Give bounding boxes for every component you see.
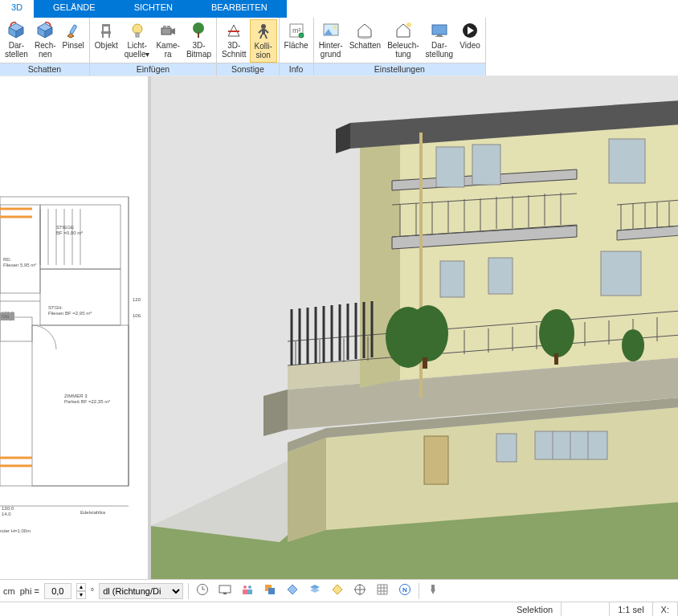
note-og: OG — [2, 314, 10, 319]
svg-rect-14 — [108, 34, 110, 38]
screen-icon — [430, 21, 449, 40]
group-label-einstellungen: Einstellungen — [314, 63, 485, 75]
measure-icon: m² — [287, 21, 306, 40]
flaeche-label: Fläche — [284, 41, 308, 50]
schatten-button[interactable]: Schatten — [346, 19, 384, 63]
svg-point-38 — [358, 37, 371, 39]
svg-rect-19 — [163, 26, 166, 28]
kollision-button[interactable]: Kolli- sion — [250, 19, 277, 63]
cube-cw-icon — [35, 21, 55, 40]
tool-clock[interactable] — [194, 582, 211, 600]
flaeche-button[interactable]: m² Fläche — [281, 19, 312, 63]
tool-target[interactable] — [351, 582, 369, 600]
objekt-label: Objekt — [95, 41, 118, 50]
video-label: Video — [459, 41, 480, 50]
play-icon — [460, 21, 480, 40]
lichtquelle-button[interactable]: Licht- quelle▾ — [121, 19, 153, 63]
dim-120: 120 — [133, 297, 141, 302]
plan-view-2d[interactable]: STIEGE BF =0,00 m² RD. Fliesen 5,95 m² S… — [0, 76, 151, 579]
tab-gelaende[interactable]: GELÄNDE — [34, 0, 115, 18]
phi-spinner[interactable]: ▲▼ — [76, 583, 86, 599]
tool-diamond-yellow[interactable] — [329, 582, 346, 600]
3d-bitmap-button[interactable]: 3D- Bitmap — [183, 19, 214, 63]
room-stiege-detail: BF =0,00 m² — [56, 230, 83, 235]
pinsel-button[interactable]: Pinsel — [59, 19, 88, 63]
diamond-icon — [286, 583, 299, 599]
objekt-button[interactable]: Objekt — [92, 19, 121, 63]
svg-rect-149 — [554, 353, 558, 365]
tool-stack[interactable] — [306, 582, 324, 600]
beleuchtung-label: Beleuch- tung — [387, 41, 419, 59]
svg-rect-11 — [108, 27, 110, 32]
svg-marker-171 — [431, 589, 435, 594]
svg-rect-43 — [435, 36, 443, 37]
kamera-label: Kame- ra — [156, 41, 179, 59]
dim-106: 106 — [133, 313, 141, 318]
svg-rect-137 — [496, 434, 517, 462]
tool-grid[interactable] — [374, 582, 391, 600]
svg-rect-41 — [432, 25, 447, 35]
diamond2-icon — [331, 583, 344, 599]
clock-icon — [196, 583, 209, 599]
tool-pin[interactable] — [424, 582, 442, 600]
dim-140: 14,0 — [2, 512, 11, 516]
svg-rect-49 — [40, 269, 120, 325]
3d-schnitt-button[interactable]: 3D- Schnitt — [219, 19, 250, 63]
hintergrund-button[interactable]: Hinter- grund — [316, 19, 346, 63]
group-label-einfuegen: Einfügen — [90, 63, 216, 75]
phi-label: phi = — [20, 586, 39, 596]
svg-point-155 — [243, 585, 247, 589]
svg-rect-22 — [198, 32, 199, 38]
svg-rect-153 — [219, 585, 231, 593]
status-x: X: — [653, 602, 678, 616]
tool-n-circle[interactable]: N — [396, 582, 414, 600]
svg-marker-164 — [333, 585, 342, 594]
tool-layers[interactable] — [261, 582, 279, 600]
video-button[interactable]: Video — [456, 19, 484, 63]
3d-bitmap-label: 3D- Bitmap — [186, 41, 211, 59]
svg-point-33 — [299, 33, 304, 38]
room-stiege-name: STIEGE — [56, 225, 74, 230]
group-label-schatten: Schatten — [0, 63, 89, 75]
svg-rect-16 — [136, 33, 139, 37]
svg-rect-148 — [423, 357, 427, 369]
darstellung-button[interactable]: Dar- stellung — [423, 19, 456, 63]
group-label-info: Info — [280, 63, 313, 75]
rechnen-button[interactable]: Rech- nen — [31, 19, 59, 63]
svg-rect-136 — [601, 251, 641, 296]
schatten-label: Schatten — [349, 41, 381, 50]
tab-bearbeiten[interactable]: BEARBEITEN — [192, 0, 287, 18]
status-selektion: Selektion — [508, 602, 562, 616]
beleuchtung-button[interactable]: Beleuch- tung — [384, 19, 422, 63]
svg-point-15 — [133, 24, 142, 34]
monitor-icon — [219, 583, 231, 599]
kamera-button[interactable]: Kame- ra — [153, 19, 182, 63]
tool-people[interactable] — [239, 582, 256, 600]
north-icon: N — [398, 583, 411, 599]
3d-schnitt-label: 3D- Schnitt — [222, 41, 247, 59]
workspace: STIEGE BF =0,00 m² RD. Fliesen 5,95 m² S… — [0, 76, 678, 579]
room-z3-detail: Parkett BF =22,35 m² — [64, 399, 110, 404]
house-light-icon — [394, 21, 413, 40]
tool-screen[interactable] — [216, 582, 234, 600]
direction-select[interactable]: dl (Richtung/Di — [99, 583, 183, 599]
menu-tabs: 3D GELÄNDE SICHTEN BEARBEITEN — [0, 0, 678, 18]
pin-icon — [427, 583, 439, 599]
svg-point-36 — [333, 26, 337, 29]
phi-input[interactable] — [44, 583, 71, 599]
section-icon — [224, 21, 243, 40]
chair-icon — [96, 21, 116, 40]
target-icon — [353, 583, 366, 599]
tool-diamond-blue[interactable] — [284, 582, 301, 600]
svg-rect-20 — [167, 26, 170, 28]
tab-sichten[interactable]: SICHTEN — [115, 0, 192, 18]
status-scale: 1:1 sel — [610, 602, 652, 616]
deg-label: ° — [91, 586, 94, 596]
svg-point-147 — [622, 329, 644, 361]
darstellen-button[interactable]: Dar- stellen — [2, 19, 31, 63]
svg-point-40 — [406, 22, 411, 27]
svg-point-146 — [539, 309, 574, 357]
tab-3d[interactable]: 3D — [0, 0, 34, 18]
view-3d[interactable] — [151, 76, 678, 579]
svg-rect-12 — [101, 31, 111, 34]
